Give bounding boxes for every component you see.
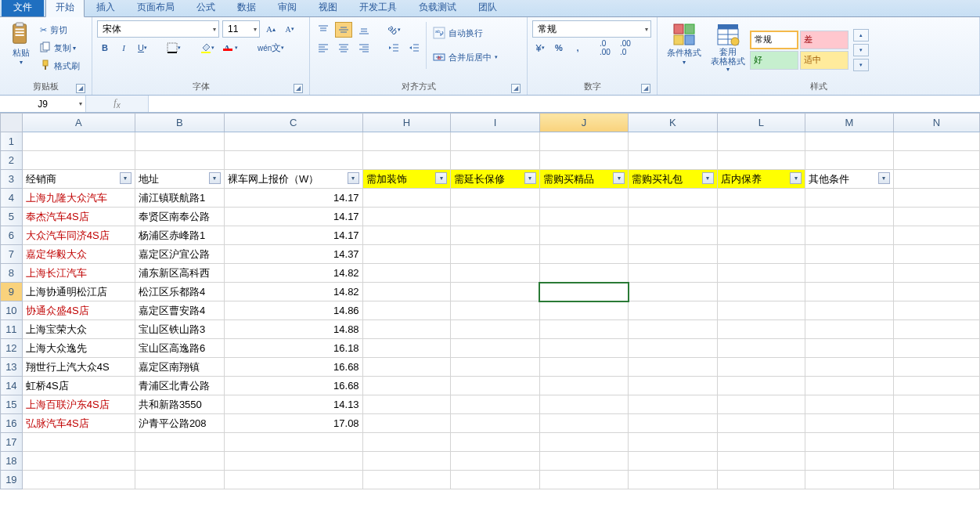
- cell-H8[interactable]: [362, 264, 451, 283]
- row-header-10[interactable]: 10: [1, 301, 23, 320]
- currency-button[interactable]: ¥▾: [532, 40, 548, 56]
- cell-L17[interactable]: [717, 433, 805, 452]
- cell-C19[interactable]: [224, 471, 362, 489]
- filter-icon[interactable]: ▾: [524, 172, 536, 184]
- select-all[interactable]: [1, 114, 23, 132]
- col-header-H[interactable]: H: [362, 114, 451, 132]
- tab-formulas[interactable]: 公式: [186, 0, 225, 16]
- cell-J6[interactable]: [539, 226, 628, 245]
- cell-M10[interactable]: [805, 301, 894, 320]
- cell-M19[interactable]: [805, 471, 894, 489]
- formula-bar[interactable]: [149, 96, 980, 112]
- styles-scroll-down[interactable]: ▾: [853, 44, 869, 56]
- row-header-17[interactable]: 17: [1, 433, 23, 452]
- formula-input[interactable]: [149, 96, 980, 112]
- cell-I5[interactable]: [451, 208, 539, 226]
- cell-C13[interactable]: 16.68: [224, 358, 362, 377]
- dialog-launcher-icon[interactable]: ◢: [511, 84, 521, 93]
- cell-K12[interactable]: [629, 339, 717, 358]
- merge-center-button[interactable]: a 合并后居中▾: [430, 46, 516, 68]
- cell-L11[interactable]: [717, 320, 805, 339]
- cell-N11[interactable]: [893, 320, 979, 339]
- cell-K13[interactable]: [629, 358, 717, 377]
- format-painter-button[interactable]: 格式刷: [37, 58, 87, 74]
- cell-N17[interactable]: [893, 433, 979, 452]
- cell-K2[interactable]: [629, 151, 717, 170]
- cell-B19[interactable]: [135, 471, 224, 489]
- cell-B3[interactable]: 地址▾: [135, 170, 224, 189]
- cell-J2[interactable]: [539, 151, 628, 170]
- cell-L10[interactable]: [717, 301, 805, 320]
- fx-icon[interactable]: fx: [113, 97, 120, 110]
- cell-B5[interactable]: 奉贤区南奉公路: [135, 208, 224, 226]
- row-header-18[interactable]: 18: [1, 452, 23, 471]
- cell-L15[interactable]: [717, 395, 805, 414]
- worksheet[interactable]: ABCHIJKLMN123经销商▾地址▾裸车网上报价（W）▾需加装饰▾需延长保修…: [0, 113, 980, 509]
- cell-C18[interactable]: [224, 452, 362, 471]
- cell-M12[interactable]: [805, 339, 894, 358]
- filter-icon[interactable]: ▾: [790, 172, 802, 184]
- filter-icon[interactable]: ▾: [613, 172, 625, 184]
- fill-color-button[interactable]: ▾: [197, 40, 218, 56]
- cell-M9[interactable]: [805, 283, 894, 301]
- col-header-A[interactable]: A: [22, 114, 135, 132]
- cell-N1[interactable]: [893, 132, 979, 151]
- filter-icon[interactable]: ▾: [878, 172, 890, 184]
- cell-H4[interactable]: [362, 189, 451, 208]
- cell-B16[interactable]: 沪青平公路208: [135, 414, 224, 433]
- increase-font-button[interactable]: A▴: [263, 21, 279, 37]
- italic-button[interactable]: I: [116, 40, 132, 56]
- row-header-2[interactable]: 2: [1, 151, 23, 170]
- cell-I7[interactable]: [451, 245, 539, 264]
- cell-L19[interactable]: [717, 471, 805, 489]
- row-header-13[interactable]: 13: [1, 358, 23, 377]
- cell-L8[interactable]: [717, 264, 805, 283]
- cell-B12[interactable]: 宝山区高逸路6: [135, 339, 224, 358]
- tab-home[interactable]: 开始: [45, 0, 85, 17]
- cell-N6[interactable]: [893, 226, 979, 245]
- cell-I1[interactable]: [451, 132, 539, 151]
- cell-H17[interactable]: [362, 433, 451, 452]
- cell-N18[interactable]: [893, 452, 979, 471]
- align-top-button[interactable]: [315, 22, 332, 38]
- cell-J15[interactable]: [539, 395, 628, 414]
- cell-I13[interactable]: [451, 358, 539, 377]
- cell-B11[interactable]: 宝山区铁山路3: [135, 320, 224, 339]
- cell-N9[interactable]: [893, 283, 979, 301]
- cell-J11[interactable]: [539, 320, 628, 339]
- decrease-font-button[interactable]: A▾: [282, 21, 297, 37]
- cell-M8[interactable]: [805, 264, 894, 283]
- row-header-8[interactable]: 8: [1, 264, 23, 283]
- cell-C7[interactable]: 14.37: [224, 245, 362, 264]
- cell-I19[interactable]: [451, 471, 539, 489]
- tab-data[interactable]: 数据: [227, 0, 266, 16]
- cell-C15[interactable]: 14.13: [224, 395, 362, 414]
- cell-H2[interactable]: [362, 151, 451, 170]
- cell-H16[interactable]: [362, 414, 451, 433]
- cell-M11[interactable]: [805, 320, 894, 339]
- cell-K3[interactable]: 需购买礼包▾: [629, 170, 717, 189]
- cell-K16[interactable]: [629, 414, 717, 433]
- cell-C9[interactable]: 14.82: [224, 283, 362, 301]
- row-header-6[interactable]: 6: [1, 226, 23, 245]
- cell-A16[interactable]: 弘脉汽车4S店: [22, 414, 135, 433]
- border-button[interactable]: ▾: [164, 40, 184, 56]
- cell-M1[interactable]: [805, 132, 894, 151]
- cell-N3[interactable]: [893, 170, 979, 189]
- cell-I6[interactable]: [451, 226, 539, 245]
- col-header-J[interactable]: J: [539, 114, 628, 132]
- cell-C16[interactable]: 17.08: [224, 414, 362, 433]
- table-format-button[interactable]: 套用 表格格式▾: [706, 20, 750, 79]
- cell-C12[interactable]: 16.18: [224, 339, 362, 358]
- cell-C11[interactable]: 14.88: [224, 320, 362, 339]
- cell-B4[interactable]: 浦江镇联航路1: [135, 189, 224, 208]
- cell-A10[interactable]: 协通众盛4S店: [22, 301, 135, 320]
- cell-H7[interactable]: [362, 245, 451, 264]
- cell-M15[interactable]: [805, 395, 894, 414]
- cell-J3[interactable]: 需购买精品▾: [539, 170, 628, 189]
- cell-B18[interactable]: [135, 452, 224, 471]
- cell-L9[interactable]: [717, 283, 805, 301]
- cell-L3[interactable]: 店内保养▾: [717, 170, 805, 189]
- number-format-combo[interactable]: 常规▾: [532, 20, 651, 38]
- cell-C14[interactable]: 16.68: [224, 377, 362, 395]
